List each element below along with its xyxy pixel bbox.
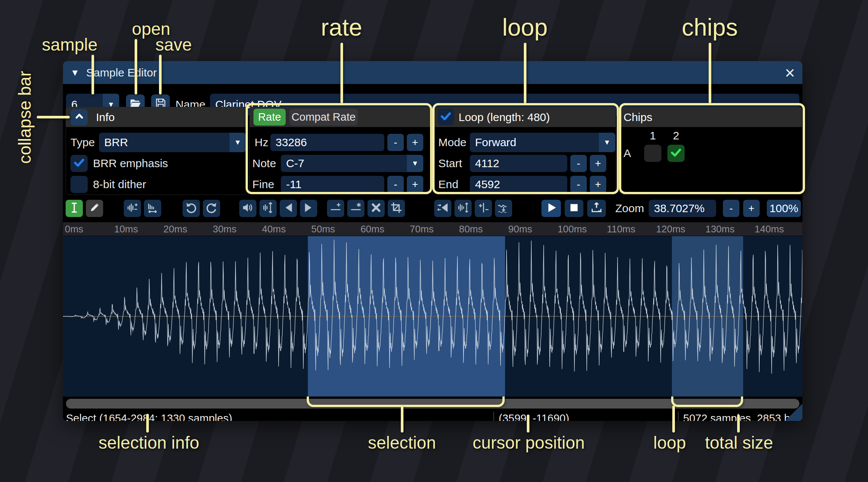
- delete-button[interactable]: [367, 200, 385, 217]
- crossfade-loop-button[interactable]: [454, 200, 472, 217]
- annotation-rate: rate: [321, 13, 362, 41]
- undo-icon: [185, 201, 198, 216]
- zoom-input[interactable]: 38.7027%: [649, 200, 716, 217]
- waveform-view[interactable]: [63, 236, 802, 397]
- resize-icon: [126, 201, 139, 216]
- status-divider: [678, 412, 679, 421]
- annotation-box-chips: [619, 103, 805, 194]
- ruler-label: 40ms: [262, 222, 286, 236]
- amplify-icon: [241, 201, 254, 216]
- trim-button[interactable]: [388, 200, 405, 217]
- ruler-label: 20ms: [163, 222, 187, 236]
- dc-offset-button[interactable]: [475, 200, 492, 217]
- annotation-box-loop: [432, 103, 619, 194]
- chevron-up-icon: [73, 111, 85, 124]
- annotation-line-loop-marker: [672, 406, 675, 433]
- type-select[interactable]: BRR ▼: [99, 133, 246, 152]
- resize-button[interactable]: [124, 200, 141, 217]
- resample-button[interactable]: [144, 200, 161, 217]
- annotation-cursor-position: cursor position: [472, 433, 585, 453]
- insert-silence-button[interactable]: [327, 200, 344, 217]
- ruler-label: 30ms: [213, 222, 237, 236]
- ruler-label: 60ms: [360, 222, 384, 236]
- ruler-label: 90ms: [508, 222, 532, 236]
- annotation-line-selection-info: [146, 414, 149, 433]
- collapse-window-icon[interactable]: ▼: [70, 67, 79, 78]
- play-icon: [545, 201, 558, 216]
- fade-button[interactable]: [434, 200, 451, 217]
- window-title: Sample Editor: [86, 66, 157, 79]
- zoom-value: 38.7027%: [654, 202, 705, 215]
- crossfade-loop-icon: [457, 201, 469, 216]
- stop-button[interactable]: [565, 200, 583, 217]
- select-mode-icon: [68, 201, 81, 216]
- annotation-line-total-size: [737, 415, 740, 433]
- waveform-canvas: [63, 236, 802, 397]
- reverse-icon: [282, 201, 295, 216]
- ruler-label: 130ms: [705, 222, 735, 236]
- amplify-button[interactable]: [239, 200, 256, 217]
- annotation-line-sample: [91, 55, 94, 94]
- apply-silence-icon: [349, 201, 362, 216]
- reverse-button[interactable]: [280, 200, 297, 217]
- redo-icon: [205, 201, 218, 216]
- annotation-selection: selection: [368, 433, 436, 453]
- annotation-loop-marker: loop: [654, 433, 686, 453]
- stop-icon: [568, 201, 580, 216]
- draw-mode-icon: [88, 201, 101, 216]
- ruler-label: 70ms: [410, 222, 434, 236]
- annotation-line-rate: [340, 43, 343, 103]
- collapse-bar-button[interactable]: [70, 109, 88, 126]
- ruler-label: 50ms: [311, 222, 335, 236]
- resize-grip[interactable]: [785, 404, 802, 421]
- annotation-chips: chips: [682, 13, 738, 41]
- undo-button[interactable]: [183, 200, 200, 217]
- titlebar[interactable]: ▼ Sample Editor ×: [63, 61, 802, 84]
- status-divider: [493, 412, 494, 421]
- apply-silence-button[interactable]: [347, 200, 364, 217]
- brr-emphasis-checkbox[interactable]: [70, 155, 88, 172]
- zoom-reset-button[interactable]: 100%: [767, 200, 801, 217]
- preview-button[interactable]: [587, 200, 606, 217]
- annotation-save: save: [155, 34, 192, 55]
- screenshot-root: ▼ Sample Editor × 6 ▼ Name Clarinet DQV …: [0, 0, 868, 482]
- play-button[interactable]: [541, 200, 561, 217]
- annotation-bracket-selection: [307, 397, 505, 407]
- type-label: Type: [70, 133, 95, 152]
- zoom-label: Zoom: [615, 200, 644, 217]
- ruler-label: 110ms: [607, 222, 635, 236]
- dither-checkbox[interactable]: [70, 176, 88, 193]
- annotation-line-open: [135, 39, 137, 94]
- dc-offset-icon: [477, 201, 490, 216]
- ruler-label: 100ms: [558, 222, 587, 236]
- invert-button[interactable]: [300, 200, 317, 217]
- ruler-label: 120ms: [656, 222, 685, 236]
- select-mode-button[interactable]: [66, 200, 83, 217]
- annotation-selection-info: selection info: [99, 433, 199, 453]
- trim-icon: [390, 201, 403, 216]
- normalize-button[interactable]: [259, 200, 277, 217]
- annotation-total-size: total size: [705, 433, 773, 453]
- redo-button[interactable]: [203, 200, 220, 217]
- time-ruler[interactable]: 0ms10ms20ms30ms40ms50ms60ms70ms80ms90ms1…: [63, 222, 802, 236]
- zoom-out-button[interactable]: -: [723, 200, 739, 217]
- filter-icon: [497, 201, 510, 216]
- annotation-line-cursor-position: [527, 415, 529, 433]
- annotation-loop: loop: [502, 13, 548, 41]
- ruler-label: 140ms: [755, 222, 784, 236]
- annotation-line-loop: [524, 43, 526, 103]
- annotation-collapse-bar: collapse bar: [15, 71, 35, 164]
- annotation-line-save: [159, 55, 162, 94]
- annotation-line-collapse-bar: [37, 116, 70, 118]
- dropdown-arrow-icon[interactable]: ▼: [229, 133, 246, 152]
- invert-icon: [302, 201, 315, 216]
- ruler-label: 80ms: [459, 222, 483, 236]
- type-value: BRR: [99, 136, 128, 149]
- annotation-line-chips: [709, 43, 711, 103]
- close-icon[interactable]: ×: [785, 65, 795, 80]
- filter-button[interactable]: [495, 200, 512, 217]
- zoom-in-button[interactable]: +: [743, 200, 760, 217]
- preview-icon: [590, 201, 603, 216]
- draw-mode-button[interactable]: [86, 200, 103, 217]
- status-total-size: 5072 samples, 2853 bytes: [683, 411, 802, 421]
